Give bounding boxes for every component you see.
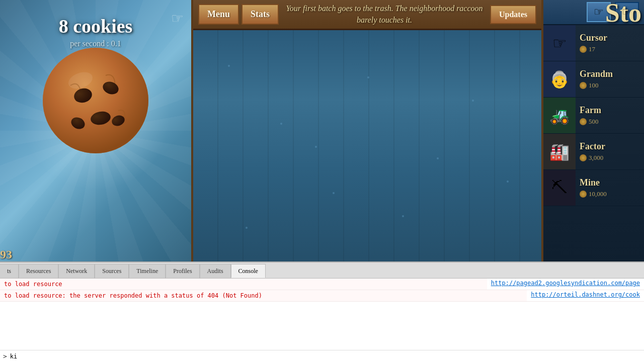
dot: [315, 146, 317, 148]
store-item-icon: 🚜: [543, 98, 576, 134]
console-line-url[interactable]: http://orteil.dashnet.org/cook: [527, 290, 644, 301]
cost-cookie-icon: [580, 82, 587, 89]
store-item-icon: 🏭: [543, 134, 576, 170]
partial-score: 93: [0, 248, 12, 261]
devtools-tab-audits[interactable]: Audits: [200, 264, 231, 278]
game-container: 8 cookies per second : 0.1 ☞: [0, 0, 644, 261]
cost-cookie-icon: [580, 46, 587, 53]
cost-value: 17: [589, 45, 595, 53]
store-item-factor[interactable]: 🏭 Factor 3,000: [543, 134, 644, 170]
store-item-mine[interactable]: ⛏ Mine 10,000: [543, 170, 644, 206]
store-item-name: Mine: [580, 177, 640, 188]
devtools-tab-bar: tsResourcesNetworkSourcesTimelineProfile…: [0, 262, 644, 279]
dot: [280, 123, 282, 125]
store-item-cost: 500: [580, 118, 640, 126]
cost-value: 100: [589, 81, 599, 89]
mine-icon: ⛏: [551, 178, 568, 197]
notification-text: Your first batch goes to the trash. The …: [281, 3, 488, 26]
main-game-area: [193, 30, 541, 261]
big-cookie[interactable]: [40, 45, 151, 158]
devtools-tab-ts[interactable]: ts: [0, 264, 19, 278]
console-input-row: >: [0, 350, 644, 362]
store-item-name: Farm: [580, 105, 640, 116]
store-item-cost: 17: [580, 45, 640, 53]
console-prompt: >: [0, 351, 10, 361]
devtools-tab-resources[interactable]: Resources: [19, 264, 58, 278]
console-line-1: to load resource: the server responded w…: [0, 290, 644, 302]
store-item-icon: ☞: [543, 25, 576, 61]
store-panel: Sto ☞ ☞ ☞ Cursor 17 👵: [543, 0, 644, 261]
console-input[interactable]: [10, 353, 644, 360]
store-item-name: Factor: [580, 141, 640, 152]
store-item-cost: 100: [580, 81, 640, 89]
dot: [437, 157, 439, 159]
cost-cookie-icon: [580, 154, 587, 161]
cost-value: 3,000: [589, 154, 603, 162]
farm-icon: 🚜: [549, 106, 570, 125]
cost-cookie-icon: [580, 191, 587, 198]
dot: [367, 76, 369, 78]
cookie-area: 8 cookies per second : 0.1 ☞: [0, 0, 191, 261]
dot: [402, 215, 404, 217]
stats-button[interactable]: Stats: [242, 4, 279, 25]
store-item-icon: ⛏: [543, 170, 576, 206]
store-item-icon: 👵: [543, 61, 576, 98]
store-header: Sto ☞ ☞: [543, 0, 644, 25]
middle-panel: Menu Stats Your first batch goes to the …: [191, 0, 543, 261]
menu-button[interactable]: Menu: [198, 4, 239, 25]
devtools-tab-console[interactable]: Console: [231, 264, 266, 278]
dot: [472, 100, 474, 102]
devtools-tab-sources[interactable]: Sources: [95, 264, 129, 278]
store-item-grandm[interactable]: 👵 Grandm 100: [543, 61, 644, 98]
store-items-list: ☞ Cursor 17 👵 Grandm 100: [543, 25, 644, 206]
dot: [246, 227, 248, 229]
devtools-tab-timeline[interactable]: Timeline: [129, 264, 166, 278]
console-line-text: to load resource: [0, 279, 487, 290]
grandm-icon: 👵: [549, 70, 570, 89]
store-item-name: Grandm: [580, 69, 640, 79]
store-item-name: Cursor: [580, 33, 640, 43]
cursor-icon-top: ☞: [171, 10, 184, 27]
cost-cookie-icon: [580, 118, 587, 125]
hand-icon-filled: ☞: [594, 6, 604, 19]
store-item-info: Farm 500: [576, 102, 644, 129]
devtools-content: to load resource http://pagead2.googlesy…: [0, 279, 644, 362]
console-area: to load resource http://pagead2.googlesy…: [0, 279, 644, 350]
cookie-count-value: 8 cookies: [0, 15, 191, 37]
store-item-info: Factor 3,000: [576, 138, 644, 165]
devtools-tab-network[interactable]: Network: [58, 264, 95, 278]
store-item-cost: 10,000: [580, 190, 640, 198]
console-line-text: to load resource: the server responded w…: [0, 290, 527, 301]
dot: [228, 65, 230, 67]
store-item-info: Mine 10,000: [576, 174, 644, 201]
hand-icon-outline: ☞: [622, 6, 632, 19]
cookie-count-display: 8 cookies per second : 0.1: [0, 15, 191, 48]
console-line-url[interactable]: http://pagead2.googlesyndication.com/pag…: [487, 279, 644, 290]
store-item-farm[interactable]: 🚜 Farm 500: [543, 98, 644, 134]
top-bar: Menu Stats Your first batch goes to the …: [193, 0, 541, 30]
store-item-info: Cursor 17: [576, 30, 644, 56]
dot: [333, 192, 335, 194]
factor-icon: 🏭: [549, 142, 570, 161]
updates-button[interactable]: Updates: [490, 5, 536, 24]
console-line-0: to load resource http://pagead2.googlesy…: [0, 279, 644, 290]
store-item-cursor[interactable]: ☞ Cursor 17: [543, 25, 644, 61]
dot: [507, 180, 509, 183]
cost-value: 500: [589, 118, 599, 126]
store-item-info: Grandm 100: [576, 66, 644, 93]
store-item-cost: 3,000: [580, 154, 640, 162]
devtools-tab-profiles[interactable]: Profiles: [166, 264, 199, 278]
cursor-icon: ☞: [552, 34, 567, 53]
svg-point-2: [43, 48, 148, 153]
devtools-panel: tsResourcesNetworkSourcesTimelineProfile…: [0, 261, 644, 362]
cost-value: 10,000: [589, 190, 607, 198]
